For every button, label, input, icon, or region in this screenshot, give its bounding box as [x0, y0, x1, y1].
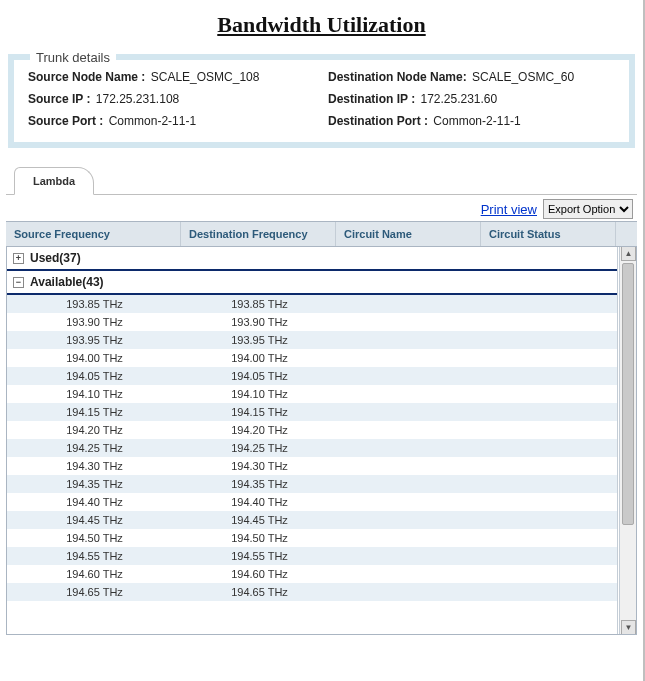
- cell-dst: 194.40 THz: [182, 493, 337, 511]
- table-row[interactable]: 194.45 THz194.45 THz: [7, 511, 617, 529]
- print-view-link[interactable]: Print view: [481, 202, 537, 217]
- cell-src: 193.90 THz: [7, 313, 182, 331]
- cell-status: [482, 493, 617, 511]
- dst-node-value: SCALE_OSMC_60: [472, 70, 574, 84]
- column-source-frequency[interactable]: Source Frequency: [6, 222, 181, 246]
- table-row[interactable]: 194.50 THz194.50 THz: [7, 529, 617, 547]
- scroll-up-arrow-icon[interactable]: ▲: [621, 247, 636, 261]
- cell-src: 194.15 THz: [7, 403, 182, 421]
- cell-src: 194.45 THz: [7, 511, 182, 529]
- dst-port-value: Common-2-11-1: [433, 114, 520, 128]
- export-option-select[interactable]: Export Option: [543, 199, 633, 219]
- table-row[interactable]: 194.40 THz194.40 THz: [7, 493, 617, 511]
- page-title-text: Bandwidth Utilization: [217, 12, 425, 37]
- cell-name: [337, 331, 482, 349]
- cell-status: [482, 349, 617, 367]
- cell-status: [482, 367, 617, 385]
- dst-port-label: Destination Port :: [328, 114, 428, 128]
- table-row[interactable]: 194.55 THz194.55 THz: [7, 547, 617, 565]
- trunk-details-panel: Trunk details Source Node Name : SCALE_O…: [8, 54, 635, 148]
- src-node-label: Source Node Name :: [28, 70, 145, 84]
- cell-status: [482, 547, 617, 565]
- cell-name: [337, 565, 482, 583]
- group-available-row[interactable]: − Available(43): [7, 271, 617, 295]
- cell-src: 194.30 THz: [7, 457, 182, 475]
- table-row[interactable]: 194.15 THz194.15 THz: [7, 403, 617, 421]
- cell-name: [337, 295, 482, 313]
- cell-dst: 194.15 THz: [182, 403, 337, 421]
- cell-src: 194.20 THz: [7, 421, 182, 439]
- cell-dst: 194.45 THz: [182, 511, 337, 529]
- cell-status: [482, 385, 617, 403]
- table-row[interactable]: 194.00 THz194.00 THz: [7, 349, 617, 367]
- table-row[interactable]: 194.35 THz194.35 THz: [7, 475, 617, 493]
- src-node-field: Source Node Name : SCALE_OSMC_108: [28, 70, 328, 84]
- column-scroll-spacer: [616, 222, 632, 246]
- expand-icon[interactable]: +: [13, 253, 24, 264]
- scroll-thumb[interactable]: [622, 263, 634, 525]
- cell-status: [482, 403, 617, 421]
- collapse-icon[interactable]: −: [13, 277, 24, 288]
- cell-status: [482, 331, 617, 349]
- scroll-down-arrow-icon[interactable]: ▼: [621, 620, 636, 635]
- cell-src: 194.10 THz: [7, 385, 182, 403]
- dst-ip-field: Destination IP : 172.25.231.60: [328, 92, 619, 106]
- src-ip-label: Source IP :: [28, 92, 90, 106]
- table-row[interactable]: 194.65 THz194.65 THz: [7, 583, 617, 601]
- group-available-label: Available(43): [30, 275, 104, 289]
- cell-name: [337, 385, 482, 403]
- dst-port-field: Destination Port : Common-2-11-1: [328, 114, 619, 128]
- cell-status: [482, 313, 617, 331]
- cell-name: [337, 547, 482, 565]
- cell-name: [337, 367, 482, 385]
- cell-status: [482, 529, 617, 547]
- tab-bar: Lambda: [6, 166, 637, 195]
- table-row[interactable]: 194.20 THz194.20 THz: [7, 421, 617, 439]
- cell-status: [482, 475, 617, 493]
- grid-body[interactable]: + Used(37) − Available(43) 193.85 THz193…: [7, 247, 618, 634]
- table-row[interactable]: 193.90 THz193.90 THz: [7, 313, 617, 331]
- cell-dst: 194.05 THz: [182, 367, 337, 385]
- cell-name: [337, 439, 482, 457]
- group-used-label: Used(37): [30, 251, 81, 265]
- group-used-row[interactable]: + Used(37): [7, 247, 617, 271]
- cell-status: [482, 439, 617, 457]
- cell-name: [337, 313, 482, 331]
- src-ip-value: 172.25.231.108: [96, 92, 179, 106]
- table-row[interactable]: 193.85 THz193.85 THz: [7, 295, 617, 313]
- grid-header: Source Frequency Destination Frequency C…: [6, 221, 637, 247]
- column-circuit-status[interactable]: Circuit Status: [481, 222, 616, 246]
- cell-src: 194.65 THz: [7, 583, 182, 601]
- table-row[interactable]: 194.25 THz194.25 THz: [7, 439, 617, 457]
- cell-src: 194.00 THz: [7, 349, 182, 367]
- scrollbar-vertical[interactable]: ▲ ▼: [619, 247, 636, 634]
- cell-status: [482, 457, 617, 475]
- cell-src: 194.25 THz: [7, 439, 182, 457]
- src-port-field: Source Port : Common-2-11-1: [28, 114, 328, 128]
- table-row[interactable]: 194.30 THz194.30 THz: [7, 457, 617, 475]
- column-circuit-name[interactable]: Circuit Name: [336, 222, 481, 246]
- dst-node-field: Destination Node Name: SCALE_OSMC_60: [328, 70, 619, 84]
- table-row[interactable]: 193.95 THz193.95 THz: [7, 331, 617, 349]
- cell-dst: 194.00 THz: [182, 349, 337, 367]
- cell-name: [337, 349, 482, 367]
- table-row[interactable]: 194.10 THz194.10 THz: [7, 385, 617, 403]
- table-row[interactable]: 194.05 THz194.05 THz: [7, 367, 617, 385]
- cell-src: 194.05 THz: [7, 367, 182, 385]
- dst-node-label: Destination Node Name:: [328, 70, 467, 84]
- cell-dst: 194.65 THz: [182, 583, 337, 601]
- toolbar: Print view Export Option: [6, 195, 637, 221]
- cell-dst: 193.90 THz: [182, 313, 337, 331]
- cell-name: [337, 421, 482, 439]
- cell-src: 193.85 THz: [7, 295, 182, 313]
- src-port-label: Source Port :: [28, 114, 103, 128]
- cell-dst: 194.35 THz: [182, 475, 337, 493]
- cell-src: 194.40 THz: [7, 493, 182, 511]
- column-destination-frequency[interactable]: Destination Frequency: [181, 222, 336, 246]
- cell-dst: 194.30 THz: [182, 457, 337, 475]
- cell-status: [482, 421, 617, 439]
- table-row[interactable]: 194.60 THz194.60 THz: [7, 565, 617, 583]
- cell-dst: 194.55 THz: [182, 547, 337, 565]
- cell-dst: 194.25 THz: [182, 439, 337, 457]
- tab-lambda[interactable]: Lambda: [14, 167, 94, 195]
